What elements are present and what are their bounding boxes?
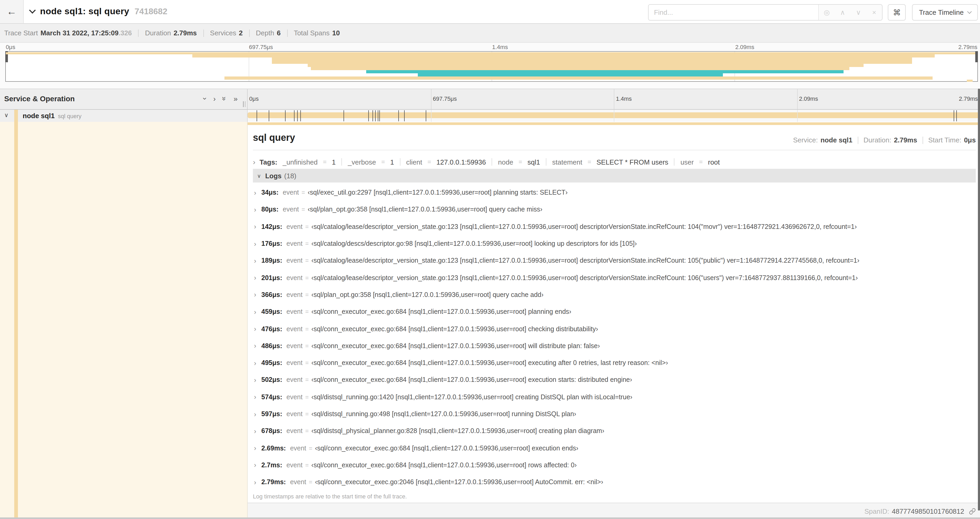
column-resize-grip[interactable] bbox=[243, 101, 245, 107]
log-expand-chevron-icon[interactable]: › bbox=[254, 325, 261, 333]
trace-info-value: 10 bbox=[332, 29, 340, 37]
ruler-tick: 1.4ms bbox=[614, 89, 656, 109]
prev-match-icon[interactable]: ∧ bbox=[835, 5, 850, 20]
log-timestamp: 142μs: bbox=[261, 223, 282, 230]
logs-section-header[interactable]: ∨ Logs (18) bbox=[253, 169, 976, 182]
log-expand-chevron-icon[interactable]: › bbox=[254, 223, 261, 230]
log-expand-chevron-icon[interactable]: › bbox=[254, 427, 261, 435]
next-match-icon[interactable]: ∨ bbox=[850, 5, 866, 20]
log-expand-chevron-icon[interactable]: › bbox=[254, 461, 261, 469]
log-equals: = bbox=[305, 428, 309, 434]
clear-find-icon[interactable]: × bbox=[866, 5, 882, 20]
expand-all-icon[interactable]: » bbox=[234, 94, 238, 103]
log-row[interactable]: ›2.69ms:event=‹sql/conn_executor_exec.go… bbox=[253, 440, 976, 457]
log-row[interactable]: ›574μs:event=‹sql/distsql_running.go:142… bbox=[253, 388, 976, 406]
vertical-scrollbar[interactable] bbox=[978, 89, 980, 511]
find-input[interactable] bbox=[649, 5, 818, 20]
view-selector-button[interactable]: Trace Timeline bbox=[912, 4, 978, 21]
log-row[interactable]: ›476μs:event=‹sql/conn_executor_exec.go:… bbox=[253, 320, 976, 338]
span-row-timeline[interactable] bbox=[248, 110, 980, 122]
log-marker-tick bbox=[269, 110, 269, 121]
expand-one-icon[interactable]: › bbox=[213, 94, 215, 103]
log-value: ‹sql/conn_executor_exec.go:684 [nsql1,cl… bbox=[312, 325, 598, 332]
log-row[interactable]: ›597μs:event=‹sql/distsql_running.go:498… bbox=[253, 406, 976, 423]
title-group: node sql1: sql query 7418682 bbox=[30, 0, 167, 23]
tag-item: statement=SELECT * FROM users bbox=[552, 158, 668, 166]
log-row[interactable]: ›502μs:event=‹sql/conn_executor_exec.go:… bbox=[253, 372, 976, 389]
log-row[interactable]: ›176μs:event=‹sql/catalog/descs/descript… bbox=[253, 235, 976, 252]
tags-row[interactable]: › Tags: _unfinished=1_verbose=1client=12… bbox=[253, 156, 976, 168]
collapse-all-icon[interactable]: » bbox=[220, 96, 229, 101]
spanid-label: SpanID: bbox=[864, 507, 889, 515]
log-expand-chevron-icon[interactable]: › bbox=[254, 444, 261, 452]
log-expand-chevron-icon[interactable]: › bbox=[254, 257, 261, 265]
log-expand-chevron-icon[interactable]: › bbox=[254, 359, 261, 367]
timeline-gridline bbox=[614, 110, 614, 122]
minimap-time-label: 1.4ms bbox=[492, 44, 508, 50]
tag-key: client bbox=[406, 158, 422, 166]
log-row[interactable]: ›495μs:event=‹sql/conn_executor_exec.go:… bbox=[253, 355, 976, 372]
log-row[interactable]: ›34μs:event=‹sql/exec_util.go:2297 [nsql… bbox=[253, 184, 976, 201]
log-row[interactable]: ›2.7ms:event=‹sql/conn_executor_exec.go:… bbox=[253, 457, 976, 474]
span-collapse-chevron-icon[interactable]: ∨ bbox=[4, 112, 8, 119]
log-row[interactable]: ›2.79ms:event=‹sql/conn_executor_exec.go… bbox=[253, 474, 976, 491]
log-row[interactable]: ›201μs:event=‹sql/catalog/lease/descript… bbox=[253, 269, 976, 286]
log-value: ‹sql/exec_util.go:2297 [nsql1,client=127… bbox=[308, 189, 568, 196]
log-timestamp: 486μs: bbox=[261, 342, 282, 350]
log-expand-chevron-icon[interactable]: › bbox=[254, 188, 261, 196]
log-timestamp: 176μs: bbox=[261, 240, 282, 248]
log-equals: = bbox=[305, 394, 309, 400]
collapse-one-icon[interactable]: › bbox=[200, 97, 210, 100]
span-color-stripe bbox=[14, 122, 18, 519]
tags-expand-chevron-icon[interactable]: › bbox=[253, 158, 255, 166]
log-value: ‹sql/plan_opt.go:358 [nsql1,client=127.0… bbox=[308, 206, 542, 213]
minimap-span-bar bbox=[418, 73, 723, 77]
log-expand-chevron-icon[interactable]: › bbox=[254, 308, 261, 316]
trace-info-value: March 31 2022, 17:25:09 bbox=[41, 29, 119, 37]
deep-link-icon[interactable] bbox=[969, 508, 976, 514]
span-row-name-cell[interactable]: ∨ node sql1 sql query bbox=[0, 110, 248, 122]
log-timestamp: 597μs: bbox=[261, 410, 282, 418]
minimap-canvas[interactable] bbox=[5, 51, 978, 82]
log-value: ‹sql/plan_opt.go:358 [nsql1,client=127.0… bbox=[312, 291, 544, 299]
collapse-trace-chevron-icon[interactable] bbox=[29, 7, 35, 13]
focus-match-icon[interactable]: ◎ bbox=[819, 5, 835, 20]
log-row[interactable]: ›459μs:event=‹sql/conn_executor_exec.go:… bbox=[253, 303, 976, 320]
logs-collapse-chevron-icon[interactable]: ∨ bbox=[257, 173, 261, 179]
viewport-scrubber-right[interactable] bbox=[975, 51, 978, 62]
log-expand-chevron-icon[interactable]: › bbox=[254, 410, 261, 418]
timeline-gridline bbox=[431, 110, 431, 122]
log-expand-chevron-icon[interactable]: › bbox=[254, 240, 261, 248]
log-marker-tick bbox=[954, 110, 954, 121]
log-equals: = bbox=[305, 241, 309, 247]
log-expand-chevron-icon[interactable]: › bbox=[254, 478, 261, 486]
tag-item: client=127.0.0.1:59936 bbox=[406, 158, 486, 166]
trace-info-label: Duration bbox=[145, 29, 171, 37]
trace-info-item: Duration2.79ms bbox=[145, 29, 197, 37]
log-timestamp: 574μs: bbox=[261, 393, 282, 401]
log-expand-chevron-icon[interactable]: › bbox=[254, 393, 261, 401]
log-field-name: event bbox=[286, 428, 302, 435]
log-row[interactable]: ›678μs:event=‹sql/distsql_physical_plann… bbox=[253, 423, 976, 440]
log-marker-tick bbox=[294, 110, 294, 121]
log-row[interactable]: ›366μs:event=‹sql/plan_opt.go:358 [nsql1… bbox=[253, 286, 976, 303]
log-marker-tick bbox=[377, 110, 378, 121]
tag-key: statement bbox=[552, 158, 582, 166]
keyboard-shortcuts-button[interactable]: ⌘ bbox=[888, 4, 906, 21]
back-button[interactable]: ← bbox=[0, 0, 24, 23]
log-row[interactable]: ›142μs:event=‹sql/catalog/lease/descript… bbox=[253, 218, 976, 235]
log-row[interactable]: ›486μs:event=‹sql/conn_executor_exec.go:… bbox=[253, 337, 976, 355]
log-equals: = bbox=[302, 189, 305, 196]
tag-value: 127.0.0.1:59936 bbox=[436, 158, 486, 166]
log-expand-chevron-icon[interactable]: › bbox=[254, 206, 261, 214]
log-timestamp: 2.69ms: bbox=[261, 444, 286, 452]
log-row[interactable]: ›80μs:event=‹sql/plan_opt.go:358 [nsql1,… bbox=[253, 201, 976, 218]
log-expand-chevron-icon[interactable]: › bbox=[254, 342, 261, 350]
tag-value: sql1 bbox=[527, 158, 540, 166]
log-expand-chevron-icon[interactable]: › bbox=[254, 376, 261, 384]
log-expand-chevron-icon[interactable]: › bbox=[254, 274, 261, 282]
log-row[interactable]: ›189μs:event=‹sql/catalog/lease/descript… bbox=[253, 252, 976, 269]
log-expand-chevron-icon[interactable]: › bbox=[254, 291, 261, 299]
tag-equals: = bbox=[381, 158, 385, 166]
log-field-name: event bbox=[290, 478, 306, 486]
